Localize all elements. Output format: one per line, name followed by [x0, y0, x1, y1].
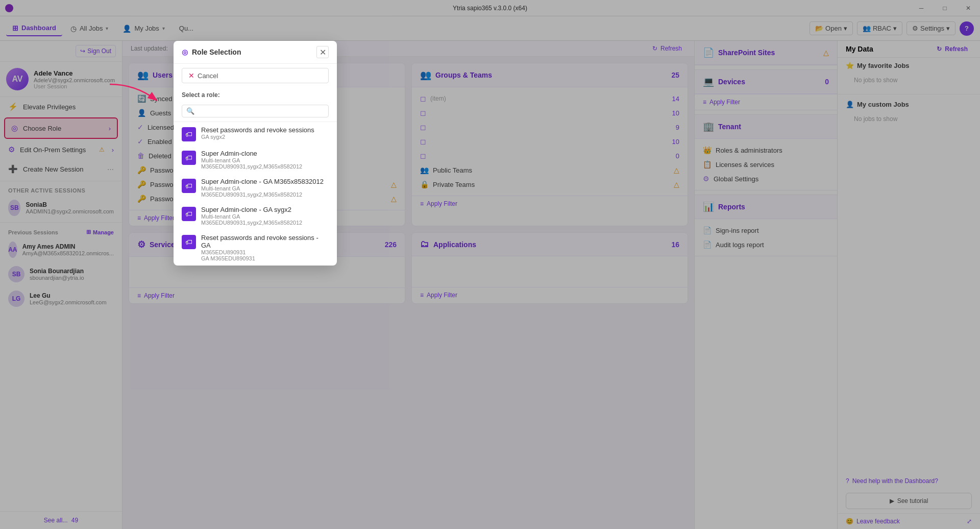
role-item-2[interactable]: 🏷 Super Admin-clone - GA M365x85832012 M… [174, 174, 337, 202]
role-4-type: M365EDU890931 [201, 249, 329, 255]
modal-search-input[interactable] [198, 107, 324, 115]
modal-title-bar: ◎ Role Selection ✕ [174, 41, 337, 64]
role-0-icon: 🏷 [182, 127, 196, 141]
role-4-tenants: GA M365EDU890931 [201, 255, 329, 261]
modal-close-button[interactable]: ✕ [316, 46, 329, 58]
role-item-3[interactable]: 🏷 Super Admin-clone - GA sygx2 Multi-ten… [174, 202, 337, 230]
role-selection-modal: ◎ Role Selection ✕ ✕ Cancel Select a rol… [174, 41, 337, 266]
role-1-name: Super Admin-clone [201, 150, 329, 157]
modal-select-role-label: Select a role: [174, 87, 337, 101]
modal-icon: ◎ [182, 48, 188, 56]
cancel-x-icon: ✕ [188, 71, 194, 80]
modal-search-icon: 🔍 [186, 107, 194, 115]
role-4-icon: 🏷 [182, 235, 196, 249]
role-2-type: Multi-tenant GA [201, 185, 329, 191]
role-1-type: Multi-tenant GA [201, 157, 329, 163]
role-3-icon: 🏷 [182, 207, 196, 221]
role-item-0[interactable]: 🏷 Reset passwords and revoke sessions GA… [174, 122, 337, 146]
modal-title: ◎ Role Selection [182, 48, 241, 56]
role-0-type: GA sygx2 [201, 134, 329, 140]
role-0-name: Reset passwords and revoke sessions [201, 126, 329, 134]
modal-search-inner: 🔍 [182, 105, 329, 117]
role-2-icon: 🏷 [182, 179, 196, 193]
role-item-4[interactable]: 🏷 Reset passwords and revoke sessions - … [174, 230, 337, 266]
role-3-type: Multi-tenant GA [201, 213, 329, 220]
role-1-tenants: M365EDU890931,sygx2,M365x8582012 [201, 163, 329, 170]
role-2-name: Super Admin-clone - GA M365x85832012 [201, 178, 329, 185]
role-1-icon: 🏷 [182, 151, 196, 165]
modal-cancel-button[interactable]: ✕ Cancel [182, 68, 329, 83]
role-2-tenants: M365EDU890931,sygx2,M365x8582012 [201, 191, 329, 198]
role-3-tenants: M365EDU890931,sygx2,M365x8582012 [201, 220, 329, 226]
modal-cancel-area: ✕ Cancel [174, 64, 337, 87]
role-3-name: Super Admin-clone - GA sygx2 [201, 206, 329, 213]
role-item-1[interactable]: 🏷 Super Admin-clone Multi-tenant GA M365… [174, 146, 337, 174]
modal-overlay: ◎ Role Selection ✕ ✕ Cancel Select a rol… [0, 0, 980, 529]
role-4-name: Reset passwords and revoke sessions - GA [201, 234, 329, 249]
modal-search-area: 🔍 [174, 101, 337, 122]
